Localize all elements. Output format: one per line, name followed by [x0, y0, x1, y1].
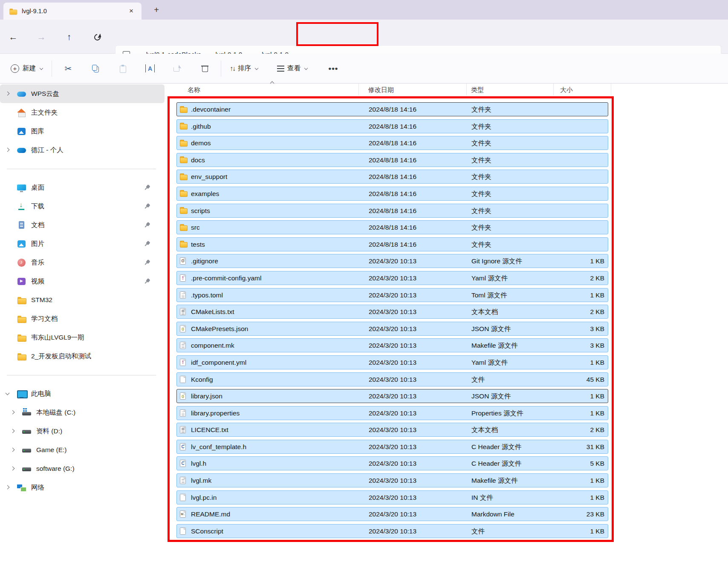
sidebar-item[interactable]: 图片	[0, 234, 165, 253]
sidebar-item[interactable]: Game (E:)	[0, 441, 165, 459]
file-type: 文件夹	[471, 187, 491, 200]
file-size: 3 KB	[590, 339, 604, 352]
sidebar-item[interactable]: software (G:)	[0, 459, 165, 478]
table-row[interactable]: library.json2024/3/20 10:13JSON 源文件1 KB	[176, 389, 608, 403]
tab-lvgl[interactable]: lvgl-9.1.0 ×	[3, 3, 142, 20]
chevron-right-icon[interactable]	[4, 147, 11, 153]
table-row[interactable]: scripts2024/8/18 14:16文件夹	[176, 204, 608, 218]
chevron-right-icon[interactable]	[4, 90, 11, 97]
up-button[interactable]: ↑	[62, 30, 76, 44]
folder-icon	[17, 314, 26, 323]
column-header-date[interactable]: 修改日期	[368, 86, 394, 94]
sidebar-item[interactable]: 学习文档	[0, 309, 165, 328]
sidebar-item[interactable]: 此电脑	[0, 384, 165, 403]
expander-placeholder	[4, 259, 11, 266]
column-separator[interactable]	[466, 84, 467, 95]
sidebar-item[interactable]: 桌面	[0, 178, 165, 197]
table-row[interactable]: SConscript2024/3/20 10:13文件1 KB	[176, 524, 608, 538]
chevron-right-icon[interactable]	[9, 447, 16, 453]
chevron-right-icon[interactable]	[9, 409, 16, 416]
column-separator[interactable]	[553, 84, 554, 95]
table-row[interactable]: tests2024/8/18 14:16文件夹	[176, 237, 608, 251]
sidebar-item[interactable]: 德江 - 个人	[0, 141, 165, 159]
table-row[interactable]: examples2024/8/18 14:16文件夹	[176, 187, 608, 201]
table-row[interactable]: lvgl.pc.in2024/3/20 10:13IN 文件1 KB	[176, 490, 608, 504]
share-icon	[173, 65, 182, 72]
file-size: 2 KB	[590, 271, 604, 285]
column-header-name[interactable]: 名称	[188, 86, 200, 94]
chevron-down-icon[interactable]	[4, 390, 11, 397]
file-date: 2024/8/18 14:16	[369, 238, 416, 251]
column-header-size[interactable]: 大小	[560, 86, 573, 94]
table-row[interactable]: README.md2024/3/20 10:13Markdown File23 …	[176, 507, 608, 521]
sidebar-item[interactable]: 本地磁盘 (C:)	[0, 403, 165, 422]
file-name: env_support	[191, 170, 227, 183]
table-row[interactable]: component.mk2024/3/20 10:13Makefile 源文件3…	[176, 338, 608, 352]
file-type: 文件夹	[471, 103, 491, 116]
file-name: .typos.toml	[191, 288, 223, 302]
chevron-right-icon[interactable]	[9, 465, 16, 472]
document-icon	[17, 221, 26, 230]
table-row[interactable]: library.properties2024/3/20 10:13Propert…	[176, 406, 608, 420]
column-separator[interactable]	[611, 84, 611, 95]
table-row[interactable]: .gitignore2024/3/20 10:13Git Ignore 源文件1…	[176, 254, 608, 268]
paste-button[interactable]	[109, 59, 136, 78]
sidebar-item[interactable]: 音乐	[0, 253, 165, 272]
more-options-button[interactable]: •••	[320, 59, 347, 78]
forward-button[interactable]: →	[34, 30, 49, 44]
sidebar-item[interactable]: 资料 (D:)	[0, 422, 165, 441]
chevron-right-icon[interactable]	[9, 428, 16, 435]
sidebar-item-label: 音乐	[31, 258, 44, 267]
table-row[interactable]: CMakeLists.txt2024/3/20 10:13文本文档2 KB	[176, 305, 608, 319]
sidebar-item[interactable]: 网络	[0, 478, 165, 497]
table-row[interactable]: src2024/8/18 14:16文件夹	[176, 220, 608, 234]
table-row[interactable]: .pre-commit-config.yaml2024/3/20 10:13Ya…	[176, 271, 608, 285]
table-row[interactable]: demos2024/8/18 14:16文件夹	[176, 136, 608, 150]
new-tab-button[interactable]: +	[150, 3, 163, 16]
expander-placeholder	[4, 184, 11, 191]
cut-button[interactable]	[55, 59, 82, 78]
table-row[interactable]: Kconfig2024/3/20 10:13文件45 KB	[176, 372, 608, 386]
sidebar-item[interactable]: 视频	[0, 272, 165, 291]
new-button[interactable]: 新建	[4, 59, 49, 78]
sidebar-item[interactable]: 韦东山LVGL9一期	[0, 328, 165, 347]
table-row[interactable]: lvgl.mk2024/3/20 10:13Makefile 源文件1 KB	[176, 473, 608, 487]
sidebar-item[interactable]: 下载	[0, 197, 165, 216]
table-row[interactable]: lvgl.h2024/3/20 10:13C Header 源文件5 KB	[176, 456, 608, 470]
file-size: 3 KB	[590, 322, 604, 335]
expander-placeholder	[4, 278, 11, 285]
sidebar-item[interactable]: 主文件夹	[0, 103, 165, 122]
sidebar-item[interactable]: WPS云盘	[0, 84, 165, 103]
refresh-button[interactable]	[90, 30, 104, 44]
expander-placeholder	[4, 109, 11, 116]
folder-icon	[180, 191, 188, 197]
back-button[interactable]: ←	[6, 30, 20, 44]
folder-icon	[180, 158, 188, 163]
table-row[interactable]: env_support2024/8/18 14:16文件夹	[176, 170, 608, 184]
sidebar-item[interactable]: 图库	[0, 122, 165, 141]
table-row[interactable]: .github2024/8/18 14:16文件夹	[176, 119, 608, 133]
table-row[interactable]: lv_conf_template.h2024/3/20 10:13C Heade…	[176, 440, 608, 454]
sidebar-item[interactable]: STM32	[0, 291, 165, 309]
table-row[interactable]: .typos.toml2024/3/20 10:13Toml 源文件1 KB	[176, 288, 608, 302]
table-row[interactable]: docs2024/8/18 14:16文件夹	[176, 153, 608, 167]
table-row[interactable]: LICENCE.txt2024/3/20 10:13文本文档2 KB	[176, 423, 608, 437]
sort-button[interactable]: 排序	[224, 59, 264, 78]
sidebar-item[interactable]: 文档	[0, 216, 165, 234]
view-button[interactable]: 查看	[271, 59, 314, 78]
file-size: 1 KB	[590, 491, 604, 504]
chevron-right-icon[interactable]	[4, 484, 11, 491]
copy-button[interactable]	[82, 59, 109, 78]
folder-icon	[9, 7, 17, 15]
sidebar-item[interactable]: 2_开发板启动和测试	[0, 347, 165, 366]
delete-button[interactable]	[191, 59, 218, 78]
file-type: 文件夹	[471, 120, 491, 133]
table-row[interactable]: .devcontainer2024/8/18 14:16文件夹	[176, 102, 608, 116]
column-header-type[interactable]: 类型	[471, 86, 484, 94]
column-separator[interactable]	[358, 84, 359, 95]
table-row[interactable]: CMakePresets.json2024/3/20 10:13JSON 源文件…	[176, 322, 608, 336]
tab-close-icon[interactable]: ×	[126, 7, 136, 15]
share-button[interactable]	[164, 59, 191, 78]
rename-button[interactable]	[136, 59, 164, 78]
table-row[interactable]: idf_component.yml2024/3/20 10:13Yaml 源文件…	[176, 355, 608, 369]
